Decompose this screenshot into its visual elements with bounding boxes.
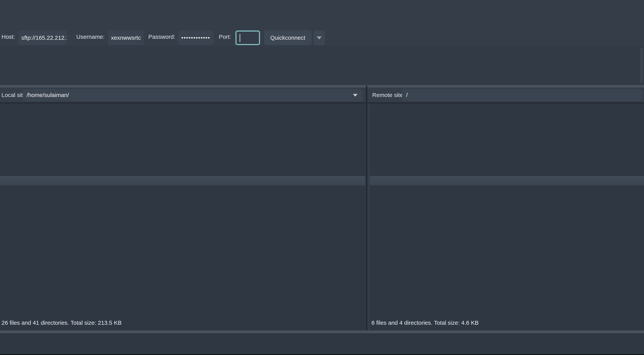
transfer-queue <box>0 333 644 355</box>
username-input[interactable]: xexnwwsrtc <box>108 31 144 45</box>
remote-directory-tree <box>370 103 644 176</box>
chevron-down-icon <box>317 37 322 39</box>
remote-site-combo[interactable]: / <box>402 89 642 101</box>
local-site-combo[interactable]: /home/sulaiman/ <box>23 89 362 101</box>
horizontal-splitter-top[interactable] <box>0 85 644 88</box>
remote-list-header <box>370 176 644 186</box>
remote-site-label: Remote site: <box>372 92 404 98</box>
port-input[interactable] <box>236 31 260 45</box>
local-status-bar: 26 files and 41 directories. Total size:… <box>2 317 122 328</box>
window-edge <box>0 354 644 355</box>
log-scrollbar[interactable] <box>640 48 643 84</box>
port-label: Port: <box>219 34 231 40</box>
vertical-pane-splitter[interactable] <box>366 86 367 330</box>
filezilla-window: Host: sftp://165.22.212.1 Username: xexn… <box>0 0 644 355</box>
host-label: Host: <box>2 34 15 40</box>
host-input[interactable]: sftp://165.22.212.1 <box>18 31 67 45</box>
menu-bar <box>0 0 644 12</box>
horizontal-splitter-bottom[interactable] <box>0 330 644 333</box>
remote-site-path: / <box>406 92 408 98</box>
remote-file-list <box>370 186 644 317</box>
username-label: Username: <box>76 34 104 40</box>
local-file-list <box>0 186 365 317</box>
quickconnect-dropdown[interactable] <box>314 31 325 45</box>
remote-status-bar: 6 files and 4 directories. Total size: 4… <box>372 317 478 328</box>
local-list-header <box>0 176 365 186</box>
text-caret <box>240 34 240 42</box>
local-site-path: /home/sulaiman/ <box>26 92 69 98</box>
password-input[interactable]: •••••••••••• <box>178 31 213 45</box>
chevron-down-icon[interactable] <box>353 94 358 97</box>
local-directory-tree <box>0 103 365 176</box>
transfer-queue-header <box>0 335 644 347</box>
quickconnect-button[interactable]: Quickconnect <box>264 31 312 45</box>
password-label: Password: <box>148 34 175 40</box>
toolbar <box>0 12 644 30</box>
message-log <box>0 46 644 85</box>
